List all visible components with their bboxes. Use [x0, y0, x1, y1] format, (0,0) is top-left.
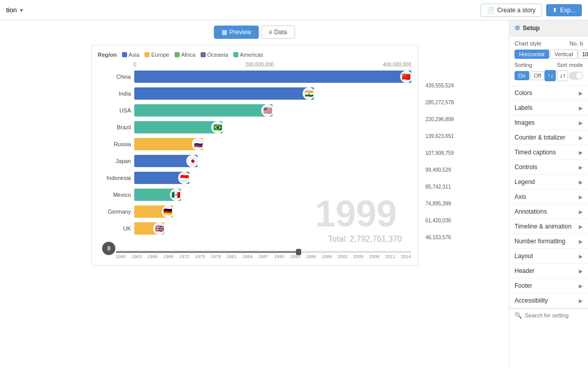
bar-flag-usa: 🇺🇸 — [261, 104, 274, 117]
bar-row: India 🇮🇳 285,272,578 — [98, 86, 411, 101]
tab-data[interactable]: ≡ Data — [261, 26, 295, 39]
legend-item-africa: Africa — [175, 52, 195, 58]
no-b-input[interactable] — [578, 50, 588, 59]
collapse-arrow: ▶ — [579, 165, 583, 170]
sort-desc-icon[interactable]: ↓↑ — [557, 70, 568, 81]
collapse-item-counter-and-totalizer[interactable]: Counter & totalizer▶ — [509, 130, 588, 145]
bar-row: UK 🇬🇧 46,153,576 — [98, 221, 411, 236]
collapse-arrow: ▶ — [579, 150, 583, 155]
collapse-arrow: ▶ — [579, 283, 583, 289]
timeline-label: 1996 — [306, 254, 316, 259]
main-layout: ▦ Preview ≡ Data Region Asia Europe — [0, 20, 588, 368]
style-horizontal-button[interactable]: Horizontal — [514, 50, 549, 59]
total-text: Total: 2,792,761,370 — [328, 235, 402, 244]
collapse-arrow: ▶ — [579, 194, 583, 200]
create-story-button[interactable]: 📄 Create a story — [480, 4, 542, 17]
sort-on-button[interactable]: On — [514, 71, 529, 80]
style-vertical-button[interactable]: Vertical — [550, 50, 578, 59]
bar-fill-usa: 🇺🇸 — [134, 104, 273, 117]
timeline: ⏸ 19601963196619691972197519781981198419… — [98, 251, 411, 259]
collapse-item-number-formatting[interactable]: Number formatting▶ — [509, 234, 588, 249]
collapse-arrow: ▶ — [579, 209, 583, 215]
bar-flag-india: 🇮🇳 — [303, 87, 315, 100]
sorting-label: Sorting — [514, 62, 532, 68]
search-input[interactable] — [525, 312, 588, 318]
sort-asc-icon[interactable]: ↑↓ — [545, 70, 556, 81]
collapse-item-timeline-and-animation[interactable]: Timeline & animation▶ — [509, 219, 588, 234]
bar-wrapper-india: 🇮🇳 285,272,578 — [134, 87, 411, 100]
tab-preview[interactable]: ▦ Preview — [214, 26, 259, 39]
bar-wrapper-china: 🇨🇳 439,555,524 — [134, 71, 411, 83]
timeline-bar[interactable] — [116, 251, 411, 253]
sort-controls-row: On Off ↑↓ ↓↑ — [514, 70, 583, 81]
collapse-arrow: ▶ — [579, 239, 583, 244]
app-title: tion — [6, 6, 17, 14]
preview-icon: ▦ — [222, 29, 227, 36]
timeline-label: 1966 — [148, 254, 158, 259]
bar-flag-mexico: 🇲🇽 — [170, 189, 182, 201]
bar-wrapper-japan: 🇯🇵 99,490,529 — [134, 155, 411, 167]
collapse-item-accessibility[interactable]: Accessibility▶ — [509, 293, 588, 308]
collapse-item-timed-captions[interactable]: Timed captions▶ — [509, 145, 588, 160]
collapse-arrow: ▶ — [579, 135, 583, 141]
timeline-label: 2014 — [401, 254, 411, 259]
timeline-label: 2005 — [353, 254, 363, 259]
bar-label-brazil: Brazil — [98, 124, 131, 130]
collapse-item-images[interactable]: Images▶ — [509, 116, 588, 130]
legend-item-oceania: Oceania — [201, 52, 228, 58]
play-pause-button[interactable]: ⏸ — [102, 242, 115, 255]
chevron-down-icon[interactable]: ▾ — [20, 7, 23, 14]
timeline-label: 2002 — [337, 254, 348, 259]
bar-value-indonesia: 85,742,311 — [426, 184, 451, 190]
chart-style-row: Chart style No. b — [514, 40, 583, 47]
export-icon: ⬆ — [552, 7, 557, 14]
setup-icon: ⚙ — [514, 25, 520, 32]
legend-dot-americas — [233, 52, 238, 57]
sorting-row: Sorting Sort mode — [514, 62, 583, 68]
timeline-label: 1984 — [242, 254, 253, 259]
bar-row: China 🇨🇳 439,555,524 — [98, 70, 411, 84]
bar-fill-japan: 🇯🇵 — [134, 155, 198, 167]
collapse-item-footer[interactable]: Footer▶ — [509, 279, 588, 293]
bar-row: Germany 🇩🇪 61,420,036 — [98, 204, 411, 219]
timeline-label: 2011 — [385, 254, 395, 259]
timeline-progress — [116, 251, 299, 253]
bar-fill-russia: 🇷🇺 — [134, 138, 204, 150]
collapse-item-header[interactable]: Header▶ — [509, 264, 588, 279]
timeline-labels: 1960196319661969197219751978198119841987… — [116, 254, 411, 259]
timeline-label: 2008 — [369, 254, 379, 259]
collapse-item-colors[interactable]: Colors▶ — [509, 86, 588, 101]
bar-wrapper-germany: 🇩🇪 61,420,036 — [134, 205, 411, 218]
timeline-label: 1978 — [211, 254, 221, 259]
bar-row: Brazil 🇧🇷 139,623,651 — [98, 120, 411, 134]
bar-value-russia: 107,908,759 — [426, 150, 454, 156]
bar-flag-japan: 🇯🇵 — [186, 155, 199, 167]
chart-style-section: Chart style No. b Horizontal Vertical So… — [509, 36, 588, 86]
collapse-item-layout[interactable]: Layout▶ — [509, 249, 588, 264]
bar-row: Mexico 🇲🇽 74,895,399 — [98, 188, 411, 202]
legend-item-europe: Europe — [144, 52, 169, 58]
collapse-item-axis[interactable]: Axis▶ — [509, 190, 588, 204]
bar-value-mexico: 74,895,399 — [426, 201, 451, 206]
bar-flag-germany: 🇩🇪 — [162, 205, 174, 218]
collapse-item-annotations[interactable]: Annotations▶ — [509, 204, 588, 219]
bar-flag-brazil: 🇧🇷 — [211, 121, 224, 133]
bar-label-russia: Russia — [98, 141, 131, 147]
bar-wrapper-uk: 🇬🇧 46,153,576 — [134, 222, 411, 235]
collapse-item-labels[interactable]: Labels▶ — [509, 101, 588, 116]
collapse-arrow: ▶ — [579, 120, 583, 126]
export-button[interactable]: ⬆ Exp... — [546, 4, 582, 16]
legend-dot-europe — [144, 52, 150, 57]
sort-toggle[interactable] — [569, 72, 583, 80]
bar-value-usa: 220,296,899 — [426, 117, 454, 122]
bar-value-uk: 46,153,576 — [426, 235, 451, 240]
bar-row: Russia 🇷🇺 107,908,759 — [98, 137, 411, 151]
collapse-item-controls[interactable]: Controls▶ — [509, 160, 588, 175]
timeline-marker[interactable] — [296, 249, 301, 255]
sort-off-button[interactable]: Off — [530, 71, 545, 80]
legend-label-asia: Asia — [129, 52, 139, 58]
chart-area: ▦ Preview ≡ Data Region Asia Europe — [0, 20, 509, 368]
collapse-item-legend[interactable]: Legend▶ — [509, 175, 588, 190]
legend-dot-oceania — [201, 52, 206, 57]
bar-wrapper-mexico: 🇲🇽 74,895,399 — [134, 189, 411, 201]
